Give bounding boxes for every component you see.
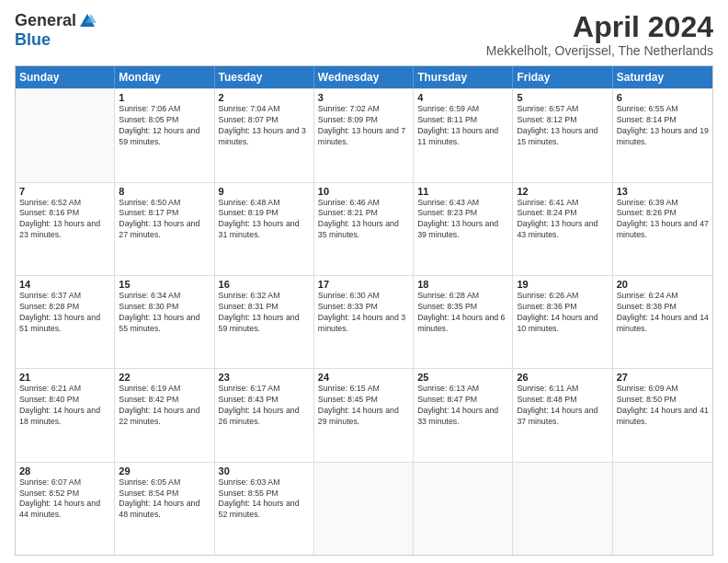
cal-cell-2-4: 18Sunrise: 6:28 AM Sunset: 8:35 PM Dayli… <box>414 276 513 368</box>
cal-cell-3-1: 22Sunrise: 6:19 AM Sunset: 8:42 PM Dayli… <box>115 369 214 461</box>
cell-info: Sunrise: 6:34 AM Sunset: 8:30 PM Dayligh… <box>119 291 210 335</box>
cal-cell-1-4: 11Sunrise: 6:43 AM Sunset: 8:23 PM Dayli… <box>414 183 513 275</box>
month-title: April 2024 <box>486 11 713 43</box>
cal-cell-0-4: 4Sunrise: 6:59 AM Sunset: 8:11 PM Daylig… <box>414 89 513 181</box>
cell-info: Sunrise: 6:26 AM Sunset: 8:36 PM Dayligh… <box>517 291 608 335</box>
cal-cell-3-2: 23Sunrise: 6:17 AM Sunset: 8:43 PM Dayli… <box>215 369 314 461</box>
day-number: 20 <box>617 279 709 290</box>
cell-info: Sunrise: 6:50 AM Sunset: 8:17 PM Dayligh… <box>119 198 210 242</box>
cal-cell-2-3: 17Sunrise: 6:30 AM Sunset: 8:33 PM Dayli… <box>314 276 414 368</box>
cell-info: Sunrise: 6:41 AM Sunset: 8:24 PM Dayligh… <box>517 198 608 242</box>
cal-cell-2-1: 15Sunrise: 6:34 AM Sunset: 8:30 PM Dayli… <box>115 276 214 368</box>
cal-cell-0-3: 3Sunrise: 7:02 AM Sunset: 8:09 PM Daylig… <box>314 89 414 181</box>
cell-info: Sunrise: 6:11 AM Sunset: 8:48 PM Dayligh… <box>517 384 608 428</box>
header: General Blue April 2024 Mekkelholt, Over… <box>15 11 713 58</box>
day-number: 19 <box>517 279 608 290</box>
cal-cell-1-3: 10Sunrise: 6:46 AM Sunset: 8:21 PM Dayli… <box>314 183 414 275</box>
header-sunday: Sunday <box>16 66 115 88</box>
cell-info: Sunrise: 6:59 AM Sunset: 8:11 PM Dayligh… <box>417 104 508 148</box>
page: General Blue April 2024 Mekkelholt, Over… <box>0 0 728 563</box>
cal-cell-2-0: 14Sunrise: 6:37 AM Sunset: 8:28 PM Dayli… <box>16 276 115 368</box>
cal-cell-3-6: 27Sunrise: 6:09 AM Sunset: 8:50 PM Dayli… <box>613 369 712 461</box>
cell-info: Sunrise: 7:04 AM Sunset: 8:07 PM Dayligh… <box>219 104 310 148</box>
cell-info: Sunrise: 6:19 AM Sunset: 8:42 PM Dayligh… <box>119 384 210 428</box>
cal-cell-0-1: 1Sunrise: 7:06 AM Sunset: 8:05 PM Daylig… <box>115 89 214 181</box>
cell-info: Sunrise: 6:28 AM Sunset: 8:35 PM Dayligh… <box>417 291 508 335</box>
cell-info: Sunrise: 6:21 AM Sunset: 8:40 PM Dayligh… <box>19 384 110 428</box>
day-number: 6 <box>617 92 709 103</box>
day-number: 15 <box>119 279 210 290</box>
day-number: 13 <box>617 186 709 197</box>
day-number: 8 <box>119 186 210 197</box>
day-number: 18 <box>417 279 508 290</box>
cell-info: Sunrise: 6:55 AM Sunset: 8:14 PM Dayligh… <box>617 104 709 148</box>
day-number: 23 <box>219 372 310 383</box>
cell-info: Sunrise: 6:30 AM Sunset: 8:33 PM Dayligh… <box>318 291 409 335</box>
cal-cell-3-0: 21Sunrise: 6:21 AM Sunset: 8:40 PM Dayli… <box>16 369 115 461</box>
cal-cell-4-1: 29Sunrise: 6:05 AM Sunset: 8:54 PM Dayli… <box>115 463 214 555</box>
cal-cell-1-1: 8Sunrise: 6:50 AM Sunset: 8:17 PM Daylig… <box>115 183 214 275</box>
cell-info: Sunrise: 6:07 AM Sunset: 8:52 PM Dayligh… <box>19 477 110 522</box>
cal-cell-1-5: 12Sunrise: 6:41 AM Sunset: 8:24 PM Dayli… <box>513 183 612 275</box>
header-thursday: Thursday <box>414 66 513 88</box>
day-number: 26 <box>517 372 608 383</box>
day-number: 5 <box>517 92 608 103</box>
week-row-4: 21Sunrise: 6:21 AM Sunset: 8:40 PM Dayli… <box>16 368 712 461</box>
day-number: 22 <box>119 372 210 383</box>
day-number: 27 <box>617 372 709 383</box>
cal-cell-2-5: 19Sunrise: 6:26 AM Sunset: 8:36 PM Dayli… <box>513 276 612 368</box>
cell-info: Sunrise: 6:32 AM Sunset: 8:31 PM Dayligh… <box>219 291 310 335</box>
cell-info: Sunrise: 7:06 AM Sunset: 8:05 PM Dayligh… <box>119 104 210 148</box>
cal-cell-4-2: 30Sunrise: 6:03 AM Sunset: 8:55 PM Dayli… <box>215 463 314 555</box>
cal-cell-4-0: 28Sunrise: 6:07 AM Sunset: 8:52 PM Dayli… <box>16 463 115 555</box>
header-monday: Monday <box>115 66 214 88</box>
cal-cell-2-6: 20Sunrise: 6:24 AM Sunset: 8:38 PM Dayli… <box>613 276 712 368</box>
location: Mekkelholt, Overijssel, The Netherlands <box>486 43 713 58</box>
header-wednesday: Wednesday <box>314 66 414 88</box>
cell-info: Sunrise: 6:43 AM Sunset: 8:23 PM Dayligh… <box>417 198 508 242</box>
cal-cell-3-3: 24Sunrise: 6:15 AM Sunset: 8:45 PM Dayli… <box>314 369 414 461</box>
cell-info: Sunrise: 6:48 AM Sunset: 8:19 PM Dayligh… <box>219 198 310 242</box>
day-number: 4 <box>417 92 508 103</box>
header-tuesday: Tuesday <box>215 66 314 88</box>
day-number: 7 <box>19 186 110 197</box>
calendar-body: 1Sunrise: 7:06 AM Sunset: 8:05 PM Daylig… <box>16 88 712 555</box>
day-number: 30 <box>219 465 310 477</box>
cell-info: Sunrise: 6:03 AM Sunset: 8:55 PM Dayligh… <box>219 477 310 522</box>
day-number: 16 <box>219 279 310 290</box>
day-number: 24 <box>318 372 409 383</box>
cal-cell-0-6: 6Sunrise: 6:55 AM Sunset: 8:14 PM Daylig… <box>613 89 712 181</box>
cal-cell-0-5: 5Sunrise: 6:57 AM Sunset: 8:12 PM Daylig… <box>513 89 612 181</box>
cell-info: Sunrise: 6:39 AM Sunset: 8:26 PM Dayligh… <box>617 198 709 242</box>
day-number: 29 <box>119 465 210 477</box>
week-row-5: 28Sunrise: 6:07 AM Sunset: 8:52 PM Dayli… <box>16 462 712 555</box>
day-number: 9 <box>219 186 310 197</box>
day-number: 25 <box>417 372 508 383</box>
cal-cell-1-2: 9Sunrise: 6:48 AM Sunset: 8:19 PM Daylig… <box>215 183 314 275</box>
calendar-header: Sunday Monday Tuesday Wednesday Thursday… <box>16 66 712 88</box>
cell-info: Sunrise: 6:17 AM Sunset: 8:43 PM Dayligh… <box>219 384 310 428</box>
cal-cell-0-0 <box>16 89 115 181</box>
cell-info: Sunrise: 6:46 AM Sunset: 8:21 PM Dayligh… <box>318 198 409 242</box>
day-number: 12 <box>517 186 608 197</box>
cell-info: Sunrise: 6:09 AM Sunset: 8:50 PM Dayligh… <box>617 384 709 428</box>
cal-cell-4-4 <box>414 463 513 555</box>
cell-info: Sunrise: 6:37 AM Sunset: 8:28 PM Dayligh… <box>19 291 110 335</box>
cal-cell-4-6 <box>613 463 712 555</box>
day-number: 17 <box>318 279 409 290</box>
day-number: 3 <box>318 92 409 103</box>
cal-cell-3-5: 26Sunrise: 6:11 AM Sunset: 8:48 PM Dayli… <box>513 369 612 461</box>
cell-info: Sunrise: 6:24 AM Sunset: 8:38 PM Dayligh… <box>617 291 709 335</box>
day-number: 28 <box>19 465 110 477</box>
cal-cell-1-6: 13Sunrise: 6:39 AM Sunset: 8:26 PM Dayli… <box>613 183 712 275</box>
cell-info: Sunrise: 6:15 AM Sunset: 8:45 PM Dayligh… <box>318 384 409 428</box>
cell-info: Sunrise: 7:02 AM Sunset: 8:09 PM Dayligh… <box>318 104 409 148</box>
cal-cell-4-5 <box>513 463 612 555</box>
day-number: 21 <box>19 372 110 383</box>
cal-cell-2-2: 16Sunrise: 6:32 AM Sunset: 8:31 PM Dayli… <box>215 276 314 368</box>
day-number: 11 <box>417 186 508 197</box>
week-row-1: 1Sunrise: 7:06 AM Sunset: 8:05 PM Daylig… <box>16 88 712 181</box>
cal-cell-1-0: 7Sunrise: 6:52 AM Sunset: 8:16 PM Daylig… <box>16 183 115 275</box>
logo-icon <box>78 12 97 30</box>
header-saturday: Saturday <box>613 66 712 88</box>
